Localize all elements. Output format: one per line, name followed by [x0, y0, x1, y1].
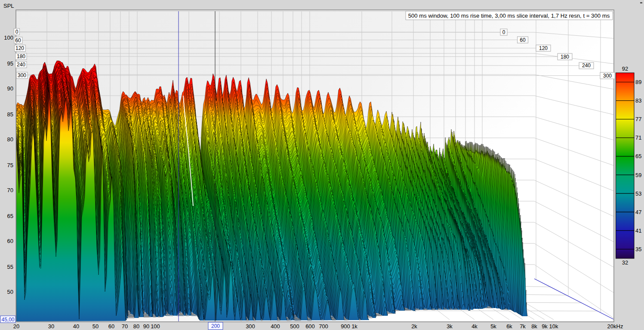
svg-text:83: 83 — [635, 97, 641, 104]
svg-text:35: 35 — [635, 246, 641, 252]
svg-text:75: 75 — [7, 162, 13, 168]
svg-text:77: 77 — [635, 116, 641, 122]
svg-text:500: 500 — [290, 323, 299, 330]
svg-text:900: 900 — [341, 323, 350, 330]
svg-text:70: 70 — [7, 187, 13, 193]
svg-text:700: 700 — [319, 323, 328, 330]
svg-text:180: 180 — [561, 54, 569, 60]
svg-text:53: 53 — [635, 190, 641, 197]
svg-text:41: 41 — [635, 227, 641, 234]
svg-text:20: 20 — [13, 323, 19, 330]
svg-text:89: 89 — [635, 79, 641, 85]
svg-text:90: 90 — [143, 323, 149, 330]
svg-text:60: 60 — [108, 323, 114, 330]
svg-text:100: 100 — [4, 34, 13, 41]
svg-text:65: 65 — [7, 213, 13, 219]
svg-text:120: 120 — [15, 45, 24, 51]
svg-text:5k: 5k — [490, 323, 496, 330]
svg-text:40: 40 — [73, 323, 79, 330]
svg-text:59: 59 — [635, 172, 641, 178]
svg-text:400: 400 — [271, 323, 280, 330]
svg-text:600: 600 — [305, 323, 315, 330]
svg-text:240: 240 — [582, 62, 591, 68]
svg-text:30: 30 — [48, 323, 54, 330]
svg-text:200: 200 — [211, 323, 220, 329]
svg-text:92: 92 — [622, 65, 628, 72]
svg-text:7k: 7k — [520, 323, 526, 330]
svg-text:10k: 10k — [549, 323, 558, 330]
svg-text:500 ms window, 100 ms rise tim: 500 ms window, 100 ms rise time, 3,00 ms… — [408, 12, 610, 19]
svg-text:0: 0 — [15, 29, 18, 35]
svg-text:SPL: SPL — [3, 3, 14, 9]
svg-text:2k: 2k — [411, 323, 417, 330]
svg-text:80: 80 — [7, 136, 13, 143]
svg-text:32: 32 — [622, 259, 628, 266]
svg-text:60: 60 — [15, 37, 21, 44]
svg-text:4k: 4k — [471, 323, 478, 330]
svg-text:71: 71 — [635, 134, 641, 141]
svg-text:240: 240 — [17, 62, 25, 68]
svg-text:45,00: 45,00 — [1, 317, 14, 323]
svg-text:120: 120 — [539, 45, 548, 51]
svg-text:55: 55 — [7, 264, 13, 270]
svg-text:6k: 6k — [506, 323, 512, 330]
svg-text:50: 50 — [7, 289, 13, 295]
svg-text:50: 50 — [92, 323, 99, 330]
svg-text:8k: 8k — [531, 323, 537, 330]
svg-text:300: 300 — [246, 323, 255, 330]
svg-text:0: 0 — [502, 29, 505, 35]
svg-text:70: 70 — [122, 323, 128, 330]
svg-text:3k: 3k — [447, 323, 453, 330]
svg-text:60: 60 — [520, 37, 526, 43]
svg-text:90: 90 — [7, 85, 13, 92]
svg-text:180: 180 — [17, 53, 25, 59]
svg-text:300: 300 — [603, 73, 612, 79]
svg-text:1k: 1k — [351, 323, 357, 330]
svg-text:100: 100 — [151, 323, 160, 330]
svg-text:65: 65 — [635, 153, 641, 159]
svg-text:95: 95 — [7, 60, 13, 67]
svg-text:47: 47 — [635, 209, 641, 215]
svg-text:85: 85 — [7, 111, 13, 118]
svg-text:9k: 9k — [542, 323, 548, 330]
svg-text:20kHz: 20kHz — [607, 323, 623, 330]
svg-text:80: 80 — [133, 323, 139, 330]
svg-text:300: 300 — [18, 72, 26, 78]
svg-text:60: 60 — [7, 238, 13, 244]
